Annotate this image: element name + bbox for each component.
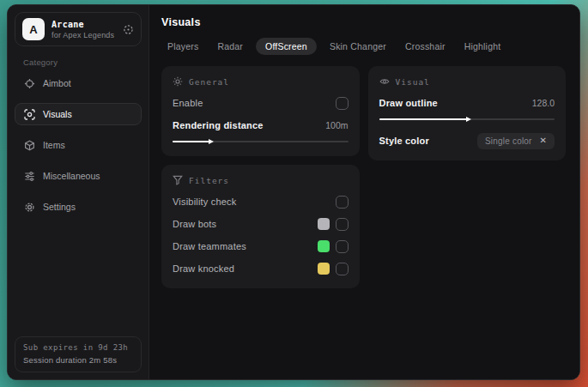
target-icon[interactable] [123,24,134,35]
style-color-row: Style color Single color ✕ [379,131,555,150]
sidebar-item-settings[interactable]: Settings [15,196,142,218]
visibility-check-row: Visibility check [173,192,349,211]
tab-highlight[interactable]: Highlight [458,38,507,55]
eye-icon [379,76,390,87]
page-title: Visuals [161,16,566,28]
sidebar-item-miscellaneous[interactable]: Miscellaneous [15,165,142,187]
style-color-value: Single color [485,136,532,146]
tab-bar: Players Radar OffScreen Skin Changer Cro… [161,38,566,55]
sidebar-item-label: Visuals [43,109,72,119]
filters-panel: Filters Visibility check Draw bots [161,165,360,288]
draw-teammates-color-swatch[interactable] [318,240,330,252]
visual-panel: Visual Draw outline 128.0 Style color Si… [368,66,567,160]
draw-bots-label: Draw bots [173,219,216,229]
tab-players[interactable]: Players [161,38,204,55]
tab-radar[interactable]: Radar [211,38,249,55]
style-color-select[interactable]: Single color ✕ [477,133,555,149]
rendering-distance-row: Rendering distance 100m [173,116,349,135]
draw-knocked-checkbox[interactable] [336,263,349,275]
sidebar-item-aimbot[interactable]: Aimbot [15,72,142,94]
gear-icon [24,202,35,213]
draw-knocked-label: Draw knocked [173,263,234,274]
rendering-distance-label: Rendering distance [173,120,264,130]
sun-icon [173,76,183,87]
rendering-distance-value: 100m [325,120,348,130]
draw-teammates-row: Draw teammates [173,237,349,256]
general-panel: General Enable Rendering distance 100m [161,66,360,156]
draw-bots-color-swatch[interactable] [318,218,330,230]
panels-grid: General Enable Rendering distance 100m [161,66,566,288]
draw-teammates-checkbox[interactable] [336,240,349,253]
slider-fill [379,118,467,120]
enable-checkbox[interactable] [336,97,349,110]
general-panel-header: General [173,76,349,87]
draw-bots-row: Draw bots [173,215,349,233]
subscription-info-card: Sub expires in 9d 23h Session duration 2… [15,336,142,372]
visibility-check-label: Visibility check [173,197,237,207]
draw-outline-slider[interactable] [379,115,555,124]
sidebar-item-label: Items [43,140,65,150]
enable-row: Enable [173,94,349,112]
tab-skin-changer[interactable]: Skin Changer [324,38,392,55]
close-icon[interactable]: ✕ [540,136,547,145]
draw-outline-value: 128.0 [532,98,555,108]
draw-knocked-row: Draw knocked [173,259,349,278]
scan-eye-icon [24,109,35,120]
crosshair-icon [24,78,35,89]
style-color-label: Style color [379,136,429,146]
cube-icon [24,140,35,151]
sidebar-item-label: Aimbot [43,78,71,88]
sidebar: A Arcane for Apex Legends Category Aimbo… [8,5,149,379]
draw-outline-row: Draw outline 128.0 [379,94,555,112]
slider-fill [173,141,209,142]
sidebar-item-visuals[interactable]: Visuals [15,103,142,125]
sidebar-item-label: Settings [43,202,76,212]
main-content: Visuals Players Radar OffScreen Skin Cha… [149,5,579,379]
app-logo: A [22,18,45,40]
enable-label: Enable [173,98,203,108]
funnel-icon [173,175,183,185]
visual-panel-header: Visual [379,76,555,87]
brand-text: Arcane for Apex Legends [52,20,116,39]
visibility-check-checkbox[interactable] [336,196,349,209]
sidebar-item-items[interactable]: Items [15,134,142,156]
draw-bots-checkbox[interactable] [336,218,349,231]
filters-panel-title: Filters [189,176,229,185]
sidebar-nav: Aimbot Visuals Items [15,72,142,218]
draw-teammates-label: Draw teammates [173,241,246,251]
filters-panel-header: Filters [173,175,349,185]
general-panel-title: General [189,77,229,87]
tab-offscreen[interactable]: OffScreen [256,38,317,55]
sub-expires-text: Sub expires in 9d 23h [23,343,133,352]
draw-outline-label: Draw outline [379,98,438,108]
app-subtitle: for Apex Legends [52,31,116,39]
visual-panel-title: Visual [396,77,430,87]
session-duration-text: Session duration 2m 58s [23,355,133,365]
sliders-icon [24,171,35,182]
draw-knocked-color-swatch[interactable] [318,263,330,275]
tab-crosshair[interactable]: Crosshair [399,38,452,55]
category-label: Category [23,57,133,67]
app-window: A Arcane for Apex Legends Category Aimbo… [7,4,580,380]
app-name: Arcane [52,20,116,29]
rendering-distance-slider[interactable] [173,137,349,146]
brand-card: A Arcane for Apex Legends [15,12,142,46]
sidebar-item-label: Miscellaneous [43,171,100,181]
